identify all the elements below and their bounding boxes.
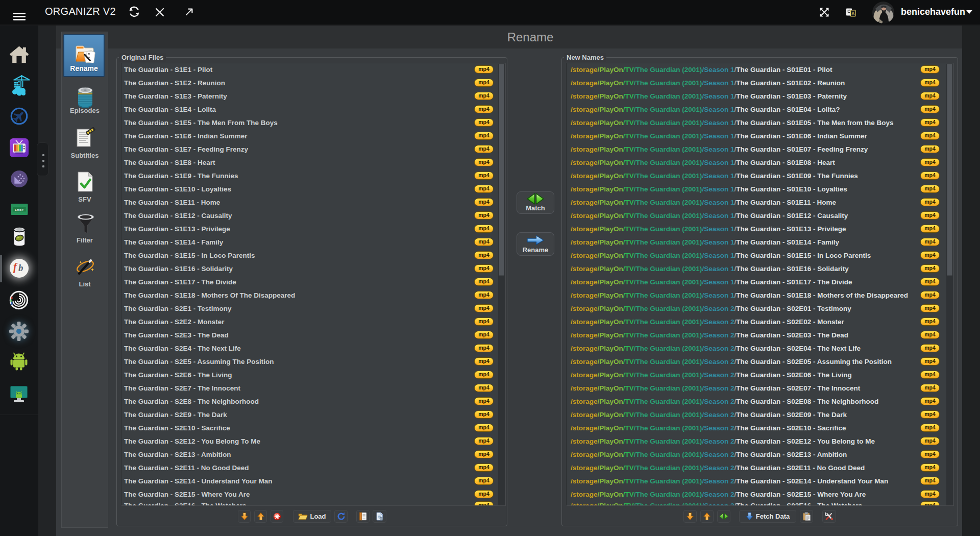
svg-text:EMBY: EMBY (15, 208, 24, 211)
svg-text:A: A (851, 11, 855, 16)
